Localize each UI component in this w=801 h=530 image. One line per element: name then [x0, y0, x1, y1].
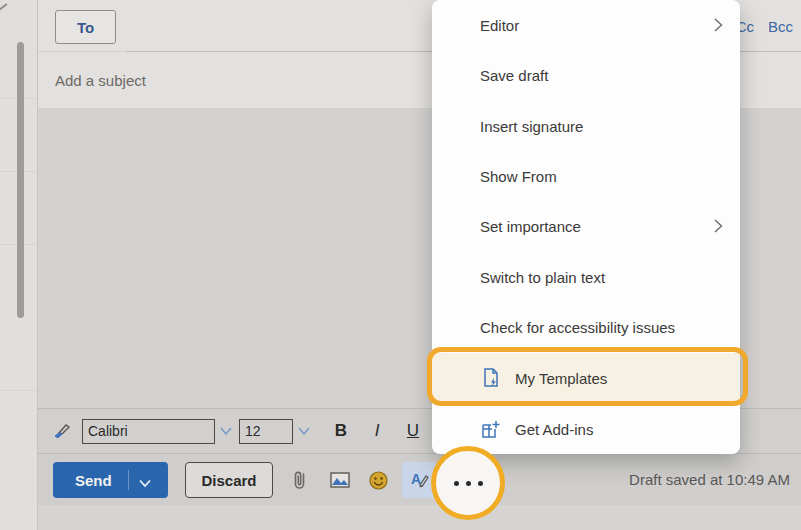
- italic-button[interactable]: I: [359, 421, 395, 441]
- format-painter-icon[interactable]: [50, 419, 74, 443]
- bcc-link[interactable]: Bcc: [768, 18, 793, 35]
- list-row-divider: [0, 390, 37, 391]
- send-split-divider: [128, 470, 129, 490]
- menu-item-label: Switch to plain text: [480, 269, 605, 286]
- menu-item-label: Check for accessibility issues: [480, 319, 675, 336]
- menu-item-label: Show From: [480, 168, 557, 185]
- underline-button[interactable]: U: [395, 421, 431, 441]
- submenu-chevron-icon: [712, 218, 724, 237]
- pane-footer-background: [38, 505, 801, 530]
- font-size-select[interactable]: 12: [239, 419, 293, 444]
- discard-button[interactable]: Discard: [185, 462, 273, 498]
- menu-item-set-importance[interactable]: Set importance: [432, 201, 740, 251]
- draft-saved-status: Draft saved at 10:49 AM: [629, 471, 790, 488]
- sidebar-scrollbar[interactable]: [17, 42, 24, 318]
- ellipsis-dot: [466, 481, 471, 486]
- menu-item-save-draft[interactable]: Save draft: [432, 50, 740, 100]
- menu-item-insert-signature[interactable]: Insert signature: [432, 101, 740, 151]
- font-name-select[interactable]: Calibri: [82, 419, 215, 444]
- document-flash-icon: [480, 368, 501, 389]
- menu-item-switch-plain-text[interactable]: Switch to plain text: [432, 252, 740, 302]
- outlook-compose-screen: To Cc Bcc Calibri 12: [0, 0, 801, 530]
- to-button[interactable]: To: [55, 10, 116, 44]
- addins-grid-icon: [480, 419, 501, 440]
- bold-button[interactable]: B: [323, 421, 359, 441]
- submenu-chevron-icon: [712, 17, 724, 36]
- more-options-ellipsis-button[interactable]: [431, 446, 505, 520]
- font-name-chevron-icon[interactable]: [219, 422, 233, 440]
- menu-item-label: Get Add-ins: [515, 421, 593, 438]
- insert-picture-icon[interactable]: [323, 462, 357, 498]
- send-label: Send: [53, 472, 112, 489]
- emoji-icon[interactable]: [361, 462, 395, 498]
- menu-item-editor[interactable]: Editor: [432, 0, 740, 50]
- ellipsis-dot: [478, 481, 483, 486]
- ellipsis-dot: [454, 481, 459, 486]
- menu-item-label: Editor: [480, 17, 519, 34]
- menu-item-label: Insert signature: [480, 118, 583, 135]
- menu-item-show-from[interactable]: Show From: [432, 151, 740, 201]
- menu-item-label: My Templates: [515, 370, 607, 387]
- menu-item-label: Set importance: [480, 218, 581, 235]
- message-list-edge: [0, 0, 38, 530]
- send-options-chevron-icon[interactable]: [137, 475, 153, 492]
- menu-item-my-templates[interactable]: My Templates: [432, 353, 740, 403]
- collapse-chevron-icon: [0, 3, 8, 11]
- send-button[interactable]: Send: [53, 462, 168, 498]
- more-options-menu: Editor Save draft Insert signature Show …: [432, 0, 740, 454]
- menu-item-label: Save draft: [480, 67, 548, 84]
- menu-item-check-accessibility[interactable]: Check for accessibility issues: [432, 302, 740, 352]
- attach-file-icon[interactable]: [283, 462, 317, 498]
- font-size-chevron-icon[interactable]: [297, 422, 311, 440]
- action-bar: Send Discard: [38, 454, 801, 505]
